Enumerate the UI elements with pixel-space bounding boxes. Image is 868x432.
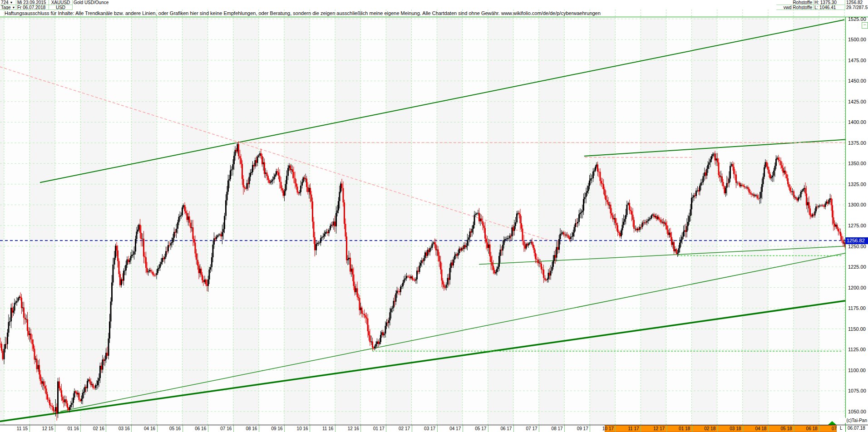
plot-background-stripe	[284, 17, 310, 424]
y-axis-label: 1425.00	[848, 99, 868, 104]
change-cell: 29.7/287.5	[845, 5, 868, 10]
plot-background-stripe	[768, 17, 794, 424]
x-axis-label: 03 17	[420, 426, 440, 432]
plot-background-stripe	[4, 17, 30, 424]
y-axis-label: 1200.00	[848, 285, 868, 290]
plot-background-stripe	[488, 17, 513, 424]
x-axis-label: 11 17	[623, 426, 643, 432]
plot-background-stripe	[717, 17, 743, 424]
plot-background-stripe	[360, 17, 386, 424]
plot-background-stripe	[182, 17, 208, 424]
x-axis-label: 10 16	[292, 426, 312, 432]
plot-background-stripe	[692, 17, 717, 424]
x-axis-label: 12 17	[649, 426, 669, 432]
x-axis: L 06.07.18 11 1512 1501 1602 1603 1604 1…	[0, 425, 868, 432]
y-axis-label: 1225.00	[848, 265, 868, 270]
disclaimer-bar: Haftungsausschluss für Inhalte: Alle Tre…	[0, 10, 868, 17]
x-axis-label: 01 17	[369, 426, 389, 432]
x-axis-label: 05 17	[471, 426, 491, 432]
x-axis-label: 06 16	[191, 426, 211, 432]
corner-date-label: 06.07.18	[848, 425, 865, 432]
last-price-cell: 1256.82	[845, 0, 868, 5]
y-axis-label: 1475.00	[848, 58, 868, 63]
x-axis-label: 05 18	[776, 426, 796, 432]
collapse-button[interactable]: −	[862, 22, 868, 29]
plot-background-stripe	[590, 17, 615, 424]
x-axis-label: 06 18	[802, 426, 822, 432]
x-axis-label: 12 15	[38, 426, 58, 432]
copyright-label: (c)Tai-Pan	[839, 418, 867, 423]
plot-background-stripe	[55, 17, 80, 424]
x-axis-label: 01 18	[675, 426, 695, 432]
x-axis-label: 04 18	[751, 426, 771, 432]
x-axis-label: 08 17	[547, 426, 567, 432]
x-axis-label: 05 16	[165, 426, 185, 432]
chevron-down-icon: ▼	[10, 1, 13, 4]
plot-background-stripe	[30, 17, 55, 424]
last-price-badge: 1256.82	[845, 237, 868, 244]
y-axis-label: 1350.00	[848, 161, 868, 166]
y-axis-label: 1275.00	[848, 223, 868, 228]
y-axis-label: 1500.00	[848, 37, 868, 42]
plot-background-stripe	[437, 17, 463, 424]
disclaimer-text: Haftungsausschluss für Inhalte: Alle Tre…	[0, 10, 601, 16]
x-axis-label: 07 17	[522, 426, 542, 432]
corner-l-label: L	[840, 425, 843, 432]
bars-count-dropdown[interactable]: 724 ▼	[0, 0, 16, 5]
plot-background-stripe	[794, 17, 819, 424]
y-axis-label: 1175.00	[848, 306, 868, 311]
y-axis-label: 1125.00	[848, 347, 868, 352]
y-axis-label: 1400.00	[848, 120, 868, 125]
x-axis-label: 11 16	[318, 426, 338, 432]
axis-marker-triangle-icon	[828, 421, 836, 425]
low-value-cell: L: 1046.41	[814, 5, 845, 10]
y-axis-label: 1325.00	[848, 182, 868, 187]
x-axis-label: 11 15	[12, 426, 32, 432]
chart-header: 724 ▼ Mi 23.09.2015 XAUUSD Gold USD/Ounc…	[0, 0, 868, 10]
plot-background-stripe	[463, 17, 488, 424]
y-axis-label: 1450.00	[848, 79, 868, 83]
source-cell: vwd Rohstoffe	[776, 5, 814, 10]
plot-background-stripe	[131, 17, 157, 424]
y-axis-label: 1300.00	[848, 202, 868, 207]
date-from-cell[interactable]: Mi 23.09.2015	[16, 0, 49, 5]
plot-background-stripe	[335, 17, 360, 424]
currency-cell: USD	[49, 5, 73, 10]
y-axis-label: 1050.00	[848, 409, 868, 414]
y-axis-label: 1075.00	[848, 388, 868, 393]
y-axis-label: 1100.00	[848, 368, 868, 373]
plot-background-stripe	[0, 17, 4, 424]
chevron-down-icon: ▼	[12, 6, 15, 9]
x-axis-label: 06 17	[496, 426, 516, 432]
x-axis-label: 12 16	[343, 426, 363, 432]
plot-background-stripe	[564, 17, 590, 424]
y-axis-label: 1150.00	[848, 327, 868, 332]
plot-background-stripe	[233, 17, 259, 424]
plot-background-stripe	[259, 17, 284, 424]
period-dropdown[interactable]: Tage ▼	[0, 5, 16, 10]
axis-corner-cell: L 06.07.18	[837, 425, 868, 432]
x-axis-label: 01 16	[63, 426, 83, 432]
x-axis-label: 09 17	[572, 426, 592, 432]
y-axis-label: 1375.00	[848, 141, 868, 146]
instrument-title: Gold USD/Ounce	[73, 0, 141, 5]
x-axis-label: 03 18	[725, 426, 745, 432]
high-value-cell: H: 1375.30	[814, 0, 845, 5]
x-axis-label: 02 17	[395, 426, 414, 432]
plot-top-border	[0, 17, 868, 17]
x-axis-label: 04 17	[445, 426, 465, 432]
plot-background-stripe	[208, 17, 233, 424]
plot-background-stripe	[106, 17, 131, 424]
y-axis-label: 1525.00	[848, 17, 868, 22]
x-axis-label: 09 16	[267, 426, 287, 432]
y-axis-label: 1250.00	[848, 244, 868, 249]
date-to-cell[interactable]: Fr 06.07.2018	[16, 5, 49, 10]
x-axis-label: 02 18	[700, 426, 720, 432]
plot-background-stripe	[819, 17, 844, 424]
category-cell: Rohstoffe	[776, 0, 814, 5]
price-chart-canvas[interactable]	[0, 0, 868, 432]
x-axis-label: 04 16	[140, 426, 160, 432]
plot-background-stripe	[539, 17, 564, 424]
x-axis-label: 08 16	[242, 426, 261, 432]
plot-background-stripe	[412, 17, 437, 424]
